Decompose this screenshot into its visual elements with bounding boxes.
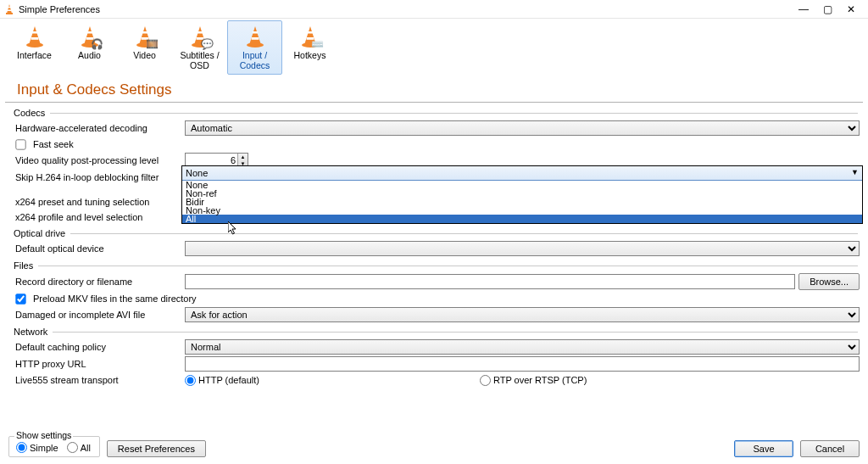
speech-icon: 💬: [201, 39, 214, 49]
category-label: Subtitles / OSD: [180, 50, 219, 70]
film-icon: 🎞️: [146, 39, 159, 49]
category-input-codecs[interactable]: Input / Codecs: [227, 20, 282, 75]
group-header-files: Files: [8, 257, 860, 272]
cone-icon: [23, 25, 47, 48]
select-hw-decode[interactable]: Automatic: [185, 120, 860, 136]
label-live555: Live555 stream transport: [15, 375, 185, 385]
label-x264-preset: x264 preset and tuning selection: [15, 197, 185, 207]
svg-rect-18: [197, 31, 202, 34]
svg-rect-26: [307, 31, 312, 34]
cone-icon: 💬: [188, 25, 212, 48]
svg-rect-6: [31, 31, 36, 34]
label-skip-deblocking: Skip H.264 in-loop deblocking filter: [15, 172, 185, 182]
category-label: Input / Codecs: [240, 50, 270, 70]
footer-bar: Show settings Simple All Reset Preferenc…: [0, 433, 868, 464]
svg-rect-23: [251, 37, 259, 40]
svg-marker-0: [7, 4, 12, 14]
svg-marker-4: [29, 26, 41, 45]
spin-value: 6: [231, 155, 236, 165]
svg-rect-14: [142, 31, 147, 34]
category-video[interactable]: 🎞️ Video: [117, 20, 172, 75]
headphones-icon: 🎧: [91, 39, 103, 49]
svg-rect-7: [31, 37, 38, 40]
category-label: Audio: [78, 50, 101, 60]
show-settings-legend: Show settings: [14, 430, 73, 440]
svg-rect-22: [252, 31, 257, 34]
keyboard-icon: ⌨️: [311, 39, 324, 49]
page-title: Input & Codecs Settings: [5, 75, 863, 103]
select-damaged-avi[interactable]: Ask for action: [185, 307, 860, 322]
dropdown-skip-deblocking[interactable]: None ▼ None Non-ref Bidir Non-key All: [181, 165, 863, 224]
preload-mkv-input[interactable]: [15, 293, 25, 304]
cone-icon: ⌨️: [298, 25, 322, 48]
category-audio[interactable]: 🎧 Audio: [62, 20, 117, 75]
save-button[interactable]: Save: [734, 440, 793, 457]
svg-point-21: [247, 42, 264, 48]
category-hotkeys[interactable]: ⌨️ Hotkeys: [282, 20, 337, 75]
svg-rect-10: [86, 31, 92, 34]
show-settings-group: Show settings Simple All: [8, 436, 100, 457]
checkbox-fast-seek[interactable]: Fast seek: [15, 139, 185, 150]
chevron-down-icon: ▼: [851, 168, 859, 178]
label-record-dir: Record directory or filename: [15, 277, 185, 287]
svg-rect-2: [8, 6, 10, 8]
close-button[interactable]: ✕: [839, 3, 863, 15]
label-damaged-avi: Damaged or incomplete AVI file: [15, 310, 185, 320]
cancel-button[interactable]: Cancel: [800, 440, 860, 457]
maximize-button[interactable]: ▢: [815, 3, 839, 15]
radio-show-simple[interactable]: Simple: [16, 442, 58, 453]
cone-icon: 🎞️: [133, 25, 157, 48]
category-subtitles[interactable]: 💬 Subtitles / OSD: [172, 20, 227, 75]
cone-icon: 🎧: [78, 25, 102, 48]
window-title: Simple Preferences: [19, 4, 100, 14]
reset-button[interactable]: Reset Preferences: [107, 440, 206, 457]
input-http-proxy[interactable]: [185, 356, 860, 372]
radio-show-all[interactable]: All: [67, 442, 91, 453]
dropdown-selected[interactable]: None ▼: [182, 166, 862, 181]
category-toolbar: Interface 🎧 Audio 🎞️ Video 💬 Subtitles /…: [0, 19, 868, 75]
label-hw-decode: Hardware-accelerated decoding: [15, 123, 185, 133]
group-header-optical: Optical drive: [8, 225, 860, 240]
svg-marker-20: [249, 26, 261, 45]
cone-icon: [243, 25, 267, 48]
category-label: Hotkeys: [294, 50, 326, 60]
label-http-proxy: HTTP proxy URL: [15, 359, 185, 369]
group-header-codecs: Codecs: [8, 104, 860, 120]
browse-button[interactable]: Browse...: [798, 273, 860, 290]
radio-http-default[interactable]: HTTP (default): [185, 375, 259, 386]
category-label: Video: [133, 50, 156, 60]
label-x264-profile: x264 profile and level selection: [15, 212, 185, 222]
category-label: Interface: [17, 50, 52, 60]
category-interface[interactable]: Interface: [7, 20, 62, 75]
minimize-button[interactable]: —: [792, 3, 815, 15]
dropdown-option[interactable]: Non-key: [182, 206, 862, 215]
dropdown-option[interactable]: Non-ref: [182, 189, 862, 198]
svg-point-5: [26, 42, 43, 48]
label-default-optical: Default optical device: [15, 243, 185, 254]
fast-seek-input[interactable]: [15, 139, 25, 149]
dropdown-option[interactable]: Bidir: [182, 198, 862, 206]
preload-mkv-label: Preload MKV files in the same directory: [33, 293, 197, 304]
label-video-quality: Video quality post-processing level: [15, 155, 185, 165]
fast-seek-label: Fast seek: [33, 139, 74, 149]
dropdown-option[interactable]: All: [182, 215, 862, 223]
select-default-optical[interactable]: [185, 241, 860, 256]
vlc-app-icon: [3, 3, 15, 15]
dropdown-option[interactable]: None: [182, 181, 862, 189]
select-caching-policy[interactable]: Normal: [185, 339, 860, 355]
form-body: Codecs Hardware-accelerated decoding Aut…: [0, 103, 868, 388]
radio-rtp-rtsp[interactable]: RTP over RTSP (TCP): [480, 375, 587, 386]
checkbox-preload-mkv[interactable]: Preload MKV files in the same directory: [15, 293, 197, 305]
svg-rect-3: [8, 9, 12, 11]
input-record-dir[interactable]: [185, 274, 795, 289]
label-caching-policy: Default caching policy: [15, 342, 185, 352]
svg-rect-1: [6, 13, 13, 14]
titlebar: Simple Preferences — ▢ ✕: [0, 0, 868, 19]
group-header-network: Network: [8, 323, 860, 338]
